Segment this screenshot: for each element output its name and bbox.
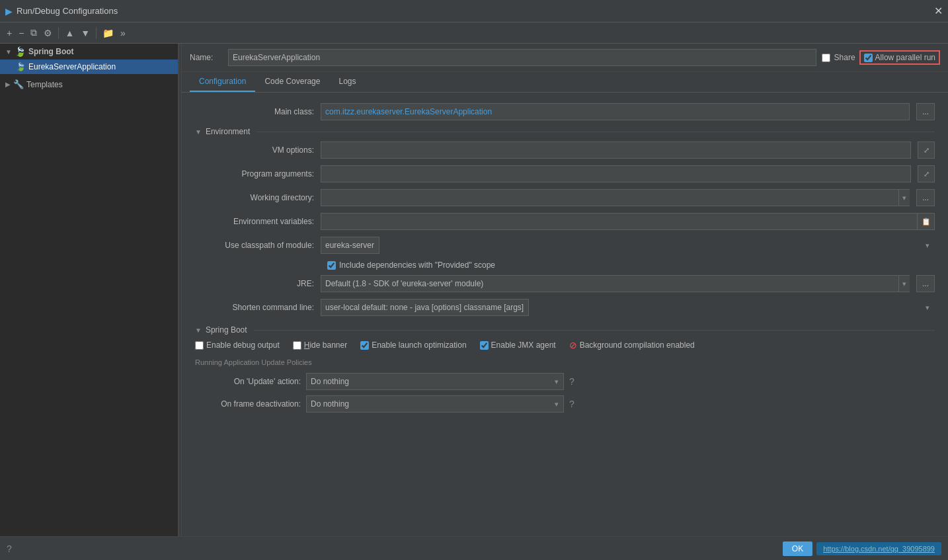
down-button[interactable]: ▼ bbox=[78, 26, 93, 40]
error-icon: ⊘ bbox=[569, 340, 577, 350]
environment-section-header: ▼ Environment bbox=[195, 127, 935, 136]
on-update-select[interactable]: Do nothing Update resources Update class… bbox=[306, 373, 564, 390]
tab-logs[interactable]: Logs bbox=[329, 72, 365, 92]
wrench-icon: 🔧 bbox=[13, 79, 24, 89]
share-checkbox[interactable] bbox=[822, 54, 830, 62]
environment-divider bbox=[257, 132, 935, 132]
more-button[interactable]: » bbox=[118, 26, 128, 40]
settings-button[interactable]: ⚙ bbox=[41, 26, 55, 40]
bottom-buttons: OK https://blog.csdn.net/qq_39095899 bbox=[783, 541, 941, 556]
env-vars-label: Environment variables: bbox=[195, 217, 314, 226]
sidebar: ▼ 🍃 Spring Boot 🍃 EurekaServerApplicatio… bbox=[0, 44, 178, 536]
on-frame-select-wrapper: Do nothing Update resources Update class… bbox=[306, 395, 564, 413]
bg-compilation-item: ⊘ Background compilation enabled bbox=[569, 340, 695, 350]
window-title: Run/Debug Configurations bbox=[17, 6, 118, 16]
on-frame-select[interactable]: Do nothing Update resources Update class… bbox=[306, 395, 564, 413]
chevron-right-icon: ▶ bbox=[5, 81, 11, 88]
working-dir-browse-button[interactable]: ... bbox=[916, 189, 935, 206]
spring-boot-divider bbox=[254, 330, 935, 331]
enable-jmx-label: Enable JMX agent bbox=[491, 340, 556, 350]
close-button[interactable]: ✕ bbox=[934, 5, 943, 17]
environment-arrow-icon[interactable]: ▼ bbox=[195, 128, 202, 136]
enable-jmx-checkbox[interactable] bbox=[480, 341, 489, 350]
policies-title: Running Application Update Policies bbox=[195, 358, 935, 366]
env-vars-input[interactable] bbox=[321, 213, 918, 230]
remove-button[interactable]: − bbox=[16, 26, 26, 40]
main-layout: ▼ 🍃 Spring Boot 🍃 EurekaServerApplicatio… bbox=[0, 44, 948, 536]
env-vars-browse-icon[interactable]: 📋 bbox=[918, 213, 935, 230]
working-dir-input[interactable] bbox=[321, 189, 898, 206]
program-args-input[interactable] bbox=[321, 165, 911, 182]
app-icon: 🍃 bbox=[16, 62, 26, 71]
vm-options-row: VM options: ⤢ bbox=[195, 141, 935, 159]
enable-launch-checkbox[interactable] bbox=[360, 341, 369, 350]
main-class-input[interactable] bbox=[321, 103, 910, 120]
shorten-cmd-select[interactable]: user-local default: none - java [options… bbox=[321, 299, 529, 316]
include-deps-label: Include dependencies with "Provided" sco… bbox=[339, 260, 495, 270]
classpath-module-select[interactable]: eureka-server bbox=[321, 237, 379, 254]
enable-debug-checkbox[interactable] bbox=[195, 341, 204, 350]
on-frame-help-icon[interactable]: ? bbox=[569, 399, 574, 409]
enable-debug-item: Enable debug output bbox=[195, 340, 280, 350]
allow-parallel-label: Allow parallel run bbox=[875, 53, 935, 62]
spring-boot-section-header: ▼ Spring Boot bbox=[195, 325, 935, 335]
sidebar-templates-label: Templates bbox=[26, 80, 63, 89]
vm-options-expand-button[interactable]: ⤢ bbox=[918, 141, 935, 159]
include-deps-row: Include dependencies with "Provided" sco… bbox=[195, 260, 935, 270]
toolbar-separator bbox=[58, 27, 59, 39]
name-input[interactable] bbox=[228, 49, 816, 66]
url-button[interactable]: https://blog.csdn.net/qq_39095899 bbox=[816, 542, 941, 555]
bottom-bar: ? OK https://blog.csdn.net/qq_39095899 bbox=[0, 536, 948, 560]
sidebar-spring-boot-label: Spring Boot bbox=[28, 47, 74, 56]
title-bar-left: ▶ Run/Debug Configurations bbox=[5, 6, 118, 17]
jre-input-wrapper: ▾ bbox=[321, 275, 910, 292]
jre-input[interactable] bbox=[321, 275, 898, 292]
tab-code-coverage[interactable]: Code Coverage bbox=[255, 72, 329, 92]
sidebar-item-eureka-app[interactable]: 🍃 EurekaServerApplication bbox=[0, 60, 178, 74]
enable-launch-label: Enable launch optimization bbox=[372, 340, 466, 350]
vm-options-label: VM options: bbox=[195, 145, 314, 155]
shorten-cmd-label: Shorten command line: bbox=[195, 303, 314, 312]
name-label: Name: bbox=[190, 53, 223, 62]
title-bar: ▶ Run/Debug Configurations ✕ bbox=[0, 0, 948, 22]
spring-boot-arrow-icon[interactable]: ▼ bbox=[195, 327, 202, 334]
ok-button[interactable]: OK bbox=[783, 541, 812, 556]
working-dir-row: Working directory: ▾ ... bbox=[195, 189, 935, 206]
enable-jmx-item: Enable JMX agent bbox=[480, 340, 556, 350]
jre-dropdown-icon[interactable]: ▾ bbox=[898, 275, 910, 292]
main-class-label: Main class: bbox=[195, 107, 314, 116]
spring-boot-icon: 🍃 bbox=[15, 46, 26, 57]
jre-label: JRE: bbox=[195, 279, 314, 288]
help-button[interactable]: ? bbox=[7, 543, 12, 554]
hide-banner-checkbox[interactable] bbox=[293, 341, 301, 350]
sidebar-item-spring-boot[interactable]: ▼ 🍃 Spring Boot bbox=[0, 44, 178, 60]
vm-options-input[interactable] bbox=[321, 141, 911, 159]
program-args-expand-button[interactable]: ⤢ bbox=[918, 165, 935, 182]
spring-boot-section: ▼ Spring Boot Enable debug output Hide b… bbox=[195, 325, 935, 413]
on-frame-label: On frame deactivation: bbox=[195, 399, 301, 409]
on-update-row: On 'Update' action: Do nothing Update re… bbox=[195, 373, 935, 390]
toolbar-separator-2 bbox=[96, 27, 97, 39]
main-class-browse-button[interactable]: ... bbox=[916, 103, 935, 120]
program-args-label: Program arguments: bbox=[195, 169, 314, 179]
on-update-select-wrapper: Do nothing Update resources Update class… bbox=[306, 373, 564, 390]
jre-browse-button[interactable]: ... bbox=[916, 275, 935, 292]
copy-button[interactable]: ⧉ bbox=[28, 26, 40, 40]
content-area: Name: Share Allow parallel run Configura… bbox=[182, 44, 948, 536]
up-button[interactable]: ▲ bbox=[62, 26, 77, 40]
allow-parallel-checkbox[interactable] bbox=[864, 54, 873, 62]
share-area: Share Allow parallel run bbox=[822, 50, 940, 65]
on-update-help-icon[interactable]: ? bbox=[569, 376, 574, 387]
tab-content: Main class: ... ▼ Environment VM options… bbox=[182, 93, 948, 536]
sidebar-item-templates[interactable]: ▶ 🔧 Templates bbox=[0, 77, 178, 92]
working-dir-dropdown-icon[interactable]: ▾ bbox=[898, 189, 910, 206]
add-button[interactable]: + bbox=[4, 26, 15, 40]
program-args-row: Program arguments: ⤢ bbox=[195, 165, 935, 182]
folder-button[interactable]: 📁 bbox=[100, 26, 116, 40]
chevron-down-icon: ▼ bbox=[5, 48, 12, 56]
run-debug-dialog: ▶ Run/Debug Configurations ✕ + − ⧉ ⚙ ▲ ▼… bbox=[0, 0, 948, 560]
include-deps-checkbox[interactable] bbox=[327, 261, 336, 270]
tab-configuration[interactable]: Configuration bbox=[190, 72, 255, 92]
spring-boot-section-label: Spring Boot bbox=[206, 325, 247, 335]
toolbar: + − ⧉ ⚙ ▲ ▼ 📁 » bbox=[0, 22, 948, 44]
